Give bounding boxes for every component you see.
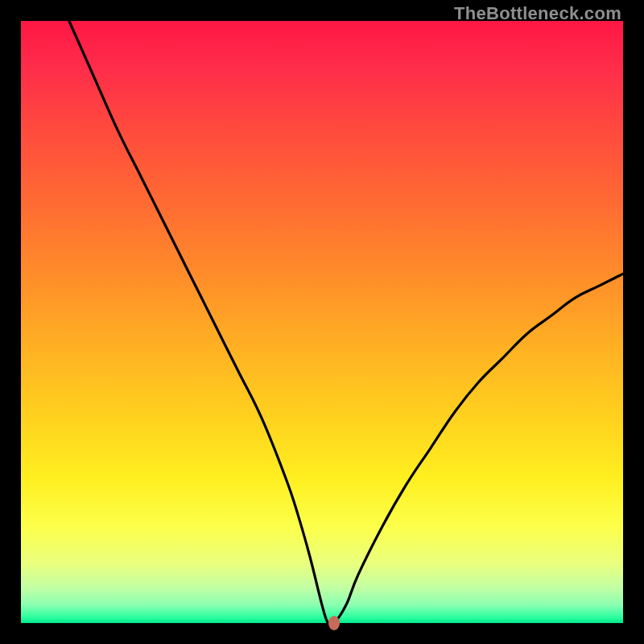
curve-path (69, 21, 623, 625)
optimal-point-marker (328, 616, 340, 630)
chart-frame: TheBottleneck.com (0, 0, 644, 644)
watermark-text: TheBottleneck.com (454, 3, 621, 24)
bottleneck-curve (21, 21, 623, 623)
